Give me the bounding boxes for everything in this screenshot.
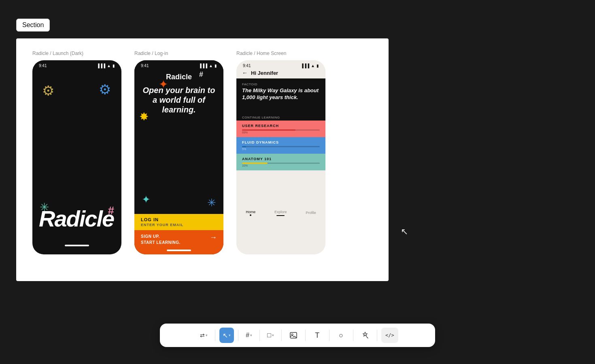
back-arrow-icon: ← — [242, 70, 248, 76]
toolbar-divider-1 — [215, 330, 215, 341]
shape-icon: □ — [267, 332, 271, 339]
wifi-icon: ▲ — [107, 63, 111, 68]
phone3-battery: ▮ — [317, 63, 319, 68]
hash-pink-icon: # — [108, 204, 114, 217]
code-tool-button[interactable]: </> — [381, 328, 398, 343]
tab-home[interactable]: Home — [246, 210, 255, 216]
phone1-title: Radicle / Launch (Dark) — [32, 51, 121, 56]
phone1-brand: Radicle — [39, 207, 115, 230]
star-blue-icon: ✳ — [207, 197, 216, 209]
phone3-time: 9:41 — [243, 63, 251, 68]
move-tool-button[interactable]: ⇄ ▾ — [197, 328, 211, 343]
course2-progress-label: 5% — [242, 148, 320, 150]
cursor-arrow-icon: ↖ — [223, 332, 228, 339]
shape-tool-button[interactable]: □ ▾ — [264, 328, 277, 343]
canvas-area: Radicle / Launch (Dark) 9:41 ▐▐▐ ▲ ▮ ⚙ ⚙… — [16, 38, 389, 281]
phone3-page-title: Hi Jennifer — [251, 70, 278, 76]
course1-progress-fill — [242, 129, 295, 131]
phone3-signal: ▐▐▐ — [301, 63, 309, 68]
sun-icon: ✸ — [139, 110, 149, 123]
toolbar-divider-3 — [259, 330, 260, 341]
toolbar-divider-4 — [281, 330, 282, 341]
course-anatomy: ANATOMY 101 33% — [236, 154, 325, 170]
course3-name: ANATOMY 101 — [242, 157, 320, 161]
phone2: 9:41 ▐▐▐ ▲ ▮ Radicle ✦ # Open your brain… — [134, 60, 223, 254]
shape-chevron: ▾ — [272, 333, 274, 337]
continue-label: Continue Learning — [236, 113, 325, 121]
tab-explore-label: Explore — [274, 210, 287, 214]
phone-1-wrapper: Radicle / Launch (Dark) 9:41 ▐▐▐ ▲ ▮ ⚙ ⚙… — [32, 51, 121, 254]
phone3-wifi: ▲ — [311, 63, 315, 68]
tab-explore[interactable]: Explore — [274, 210, 287, 216]
phone3-factoid: Factoid The Milky Way Galaxy is about 1,… — [236, 78, 325, 113]
phone3-status-bar: 9:41 ▐▐▐ ▲ ▮ — [236, 60, 325, 69]
course3-progress-label: 33% — [242, 164, 320, 167]
phone2-login: LOG IN ENTER YOUR EMAIL — [134, 214, 223, 230]
move-chevron: ▾ — [206, 333, 208, 337]
course2-progress-fill — [242, 146, 246, 147]
phone3-navbar: ← Hi Jennifer — [236, 69, 325, 78]
frame-chevron: ▾ — [250, 333, 252, 337]
phone3-title: Radicle / Home Screen — [236, 51, 325, 56]
blob-teal-icon: ✦ — [142, 193, 151, 206]
course2-name: FLUID DYNAMICS — [242, 140, 320, 144]
phone2-log-in-label: LOG IN — [141, 217, 217, 222]
phone1-status-bar: 9:41 ▐▐▐ ▲ ▮ — [32, 60, 121, 70]
phone2-signal: ▐▐▐ — [199, 63, 207, 68]
toolbar: ⇄ ▾ ↖ ▾ # ▾ □ ▾ T ○ — [160, 324, 435, 347]
cursor-tool-button[interactable]: ↖ ▾ — [219, 328, 234, 343]
phone-3-wrapper: Radicle / Home Screen 9:41 ▐▐▐ ▲ ▮ ← Hi … — [236, 51, 325, 254]
course3-progress-bar — [242, 163, 320, 164]
text-icon: T — [315, 331, 319, 340]
phone2-signup-text: SIGN UP. START LEARNING. — [141, 233, 181, 245]
course2-progress-bar — [242, 146, 320, 147]
star-teal-icon: ✳ — [40, 201, 49, 214]
gear-blue-icon: ⚙ — [99, 81, 113, 96]
tab-home-dot — [250, 214, 251, 216]
factoid-label: Factoid — [242, 83, 320, 86]
ellipse-icon: ○ — [339, 331, 343, 340]
course3-progress-fill — [242, 163, 268, 164]
magic-icon — [361, 331, 369, 339]
magic-tool-button[interactable] — [357, 328, 373, 343]
toolbar-divider-7 — [353, 330, 353, 341]
cursor-chevron: ▾ — [229, 333, 231, 337]
phone3: 9:41 ▐▐▐ ▲ ▮ ← Hi Jennifer Factoid The M… — [236, 60, 325, 254]
text-tool-button[interactable]: T — [310, 328, 325, 343]
course-fluid-dynamics: FLUID DYNAMICS 5% — [236, 137, 325, 154]
phone2-home-indicator — [167, 250, 191, 251]
cursor-pointer-icon: ↖ — [401, 226, 408, 237]
course1-progress-bar — [242, 129, 320, 131]
tab-profile-label: Profile — [306, 211, 316, 215]
phone1-status-icons: ▐▐▐ ▲ ▮ — [97, 63, 115, 68]
tab-profile[interactable]: Profile — [306, 211, 316, 215]
phone3-status-icons: ▐▐▐ ▲ ▮ — [301, 63, 319, 68]
battery-icon: ▮ — [113, 63, 115, 68]
phone2-email: ENTER YOUR EMAIL — [141, 223, 217, 227]
phone2-wifi: ▲ — [209, 63, 213, 68]
toolbar-divider-6 — [329, 330, 329, 341]
tab-bar-indicator — [276, 215, 285, 216]
toolbar-divider-8 — [377, 330, 377, 341]
frame-icon: # — [246, 332, 249, 339]
course-user-research: USER RESEARCH 69% — [236, 121, 325, 137]
image-tool-button[interactable] — [286, 328, 301, 343]
toolbar-divider-5 — [305, 330, 306, 341]
course1-progress-label: 69% — [242, 131, 320, 134]
image-icon — [289, 331, 298, 339]
phone2-battery: ▮ — [215, 63, 217, 68]
factoid-text: The Milky Way Galaxy is about 1,000 ligh… — [242, 87, 320, 101]
section-label: Section — [16, 19, 50, 32]
ellipse-tool-button[interactable]: ○ — [334, 328, 349, 343]
hash-white-icon: # — [199, 70, 203, 79]
arrow-right-icon: → — [210, 233, 217, 242]
phone1-time: 9:41 — [39, 63, 47, 68]
code-icon: </> — [385, 332, 394, 338]
phone2-top: Radicle ✦ # Open your brain to a world f… — [134, 70, 223, 214]
phone2-time: 9:41 — [141, 63, 149, 68]
orange-blob-icon: ✦ — [159, 78, 218, 91]
frame-tool-button[interactable]: # ▾ — [242, 328, 255, 343]
phone2-title: Radicle / Log-in — [134, 51, 223, 56]
phone3-tab-bar: Home Explore Profile — [236, 170, 325, 254]
move-icon: ⇄ — [200, 332, 205, 339]
